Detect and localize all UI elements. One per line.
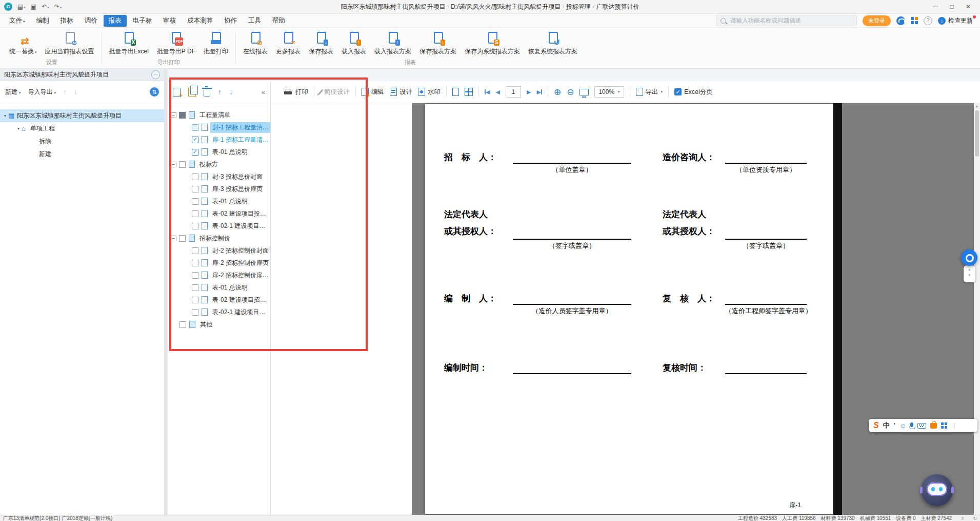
ribbon-button[interactable]: 批量打印▾ [200, 29, 232, 57]
microphone-icon[interactable] [910, 422, 913, 427]
menu-item[interactable]: 协作▾ [219, 15, 242, 27]
print-button[interactable]: 打印 [284, 88, 308, 97]
menu-item[interactable]: 报表▾ [104, 15, 127, 27]
report-checkbox[interactable] [192, 284, 198, 291]
add-report-icon[interactable] [173, 88, 181, 97]
export-button[interactable]: 导出 ▾ [636, 88, 663, 97]
report-tree-item[interactable]: − 扉-3 投标总价扉页 [168, 183, 412, 195]
apps-grid-icon[interactable] [911, 17, 918, 24]
first-page-button[interactable]: ◀ [485, 89, 490, 95]
report-tree-item[interactable]: − 表-02-1 建设项目… [168, 306, 412, 318]
new-button[interactable]: 新建▾ [5, 88, 21, 97]
locate-button[interactable]: ⇅ [150, 87, 159, 97]
report-tree-item[interactable]: − 表-02 建设项目投… [168, 207, 412, 220]
report-tree-item[interactable]: − 封-2 招标控制价封面 [168, 244, 412, 257]
tree-expander-icon[interactable]: ▾ [4, 113, 6, 118]
report-checkbox[interactable] [192, 124, 198, 131]
report-tree-item[interactable]: − 表-01 总说明 [168, 146, 412, 158]
menu-item[interactable]: 指标▾ [55, 15, 78, 27]
emoji-icon[interactable]: ☺ [899, 422, 906, 430]
ribbon-button[interactable]: 统一替换▾ [6, 29, 41, 57]
menu-item[interactable]: 电子标▾ [128, 15, 157, 27]
menu-item[interactable]: 成本测算▾ [182, 15, 218, 27]
menu-item[interactable]: 审核▾ [158, 15, 181, 27]
ribbon-button[interactable]: 保存为系统报表方案▾ [461, 29, 524, 57]
zoom-select[interactable]: 100% ▾ [594, 86, 624, 98]
report-tree-item[interactable]: − 封-1 招标工程量清… [168, 121, 412, 133]
watermark-button[interactable]: 水印 [418, 88, 441, 97]
ribbon-button[interactable]: 批量导出P DF▾ [153, 29, 199, 57]
close-button[interactable]: ✕ [961, 1, 976, 12]
menu-item[interactable]: 工具▾ [243, 15, 266, 27]
ribbon-button[interactable]: 恢复系统报表方案▾ [525, 29, 581, 57]
punctuation-icon[interactable]: ’ [894, 422, 895, 429]
preview-scrollbar[interactable]: ▲ [974, 103, 980, 515]
report-checkbox[interactable] [179, 112, 186, 119]
function-search[interactable] [716, 15, 857, 26]
zoom-out-icon[interactable]: ⊖ [567, 88, 574, 97]
report-checkbox[interactable] [192, 223, 198, 229]
simple-design-button[interactable]: 简便设计 [320, 88, 350, 97]
ribbon-button[interactable]: 在线报表▾ [239, 29, 271, 57]
chinese-mode-icon[interactable]: 中 [883, 421, 890, 430]
minimize-button[interactable]: — [928, 1, 943, 12]
status-menu-icon[interactable]: ≡ [961, 515, 964, 521]
login-button[interactable]: 未登录 [863, 15, 891, 26]
save-icon[interactable]: ▣ [31, 4, 36, 10]
check-update-button[interactable]: ↓ 检查更新 [938, 16, 976, 25]
menu-item[interactable]: 文件▾ [4, 15, 30, 27]
project-tree-item[interactable]: ▾ 阳东区东城镇那味村主街风貌提升项目 [0, 109, 164, 122]
tree-expander-icon[interactable]: − [171, 112, 176, 118]
report-checkbox[interactable] [192, 272, 198, 279]
next-page-button[interactable]: ▶ [527, 89, 531, 95]
status-refresh-icon[interactable]: ↻ [973, 515, 977, 521]
maximize-button[interactable]: □ [944, 1, 959, 12]
scrollbar-thumb[interactable] [975, 110, 979, 157]
report-checkbox[interactable] [192, 309, 198, 316]
search-input[interactable] [729, 17, 853, 24]
tree-expander-icon[interactable]: − [171, 162, 176, 167]
report-tree-item[interactable]: − 封-3 投标总价封面 [168, 170, 412, 183]
helper-button[interactable] [961, 249, 977, 266]
import-export-button[interactable]: 导入导出▾ [28, 88, 56, 97]
report-checkbox[interactable] [192, 198, 198, 205]
collapse-tree-button[interactable]: « [262, 88, 265, 96]
undo-icon[interactable]: ↶▾ [42, 4, 49, 10]
tree-expander-icon[interactable]: − [171, 236, 176, 241]
report-tree-item[interactable]: − 扉-2 招标控制价扉… [168, 269, 412, 281]
report-checkbox[interactable] [192, 260, 198, 266]
tree-expander-icon[interactable]: ▾ [17, 126, 19, 131]
report-checkbox[interactable] [192, 210, 198, 217]
move-report-down-icon[interactable]: ↓ [229, 88, 233, 96]
project-tree-item[interactable]: ▾ 新建 [0, 148, 164, 161]
report-tree-item[interactable]: − 投标方 [168, 158, 412, 170]
report-checkbox[interactable] [179, 235, 186, 242]
keyboard-icon[interactable] [917, 423, 926, 429]
report-tree-item[interactable]: − 其他 [168, 318, 412, 331]
report-tree-item[interactable]: − 扉-1 招标工程量清… [168, 133, 412, 146]
skin-grid-icon[interactable] [941, 422, 947, 429]
scroll-up-icon[interactable]: ▲ [974, 103, 980, 109]
quick-menu-icon[interactable]: ▤▾ [17, 4, 26, 10]
menu-item[interactable]: 编制▾ [31, 15, 54, 27]
report-tree-item[interactable]: − 表-02 建设项目招… [168, 294, 412, 306]
report-tree-item[interactable]: − 表-01 总说明 [168, 195, 412, 207]
single-page-view-icon[interactable] [452, 88, 459, 96]
collapse-panel-icon[interactable]: ︿ [151, 70, 160, 79]
fit-width-icon[interactable] [579, 89, 589, 95]
ribbon-button[interactable]: 保存报表▾ [305, 29, 337, 57]
delete-report-icon[interactable] [204, 90, 210, 97]
menu-item[interactable]: 调价▾ [79, 15, 103, 27]
report-checkbox[interactable] [179, 321, 186, 328]
page-number-input[interactable] [506, 86, 521, 98]
prev-page-button[interactable]: ◀ [495, 89, 499, 95]
project-tree-item[interactable]: ▾ 拆除 [0, 135, 164, 148]
help-icon[interactable]: ? [924, 16, 932, 25]
sogou-logo-icon[interactable]: S [873, 421, 879, 430]
report-checkbox[interactable] [179, 161, 186, 168]
report-checkbox[interactable] [192, 186, 198, 192]
helper-handle[interactable]: ●● [964, 265, 975, 282]
ribbon-button[interactable]: 载入报表▾ [338, 29, 370, 57]
report-checkbox[interactable] [192, 149, 198, 156]
multi-page-view-icon[interactable] [465, 88, 473, 96]
